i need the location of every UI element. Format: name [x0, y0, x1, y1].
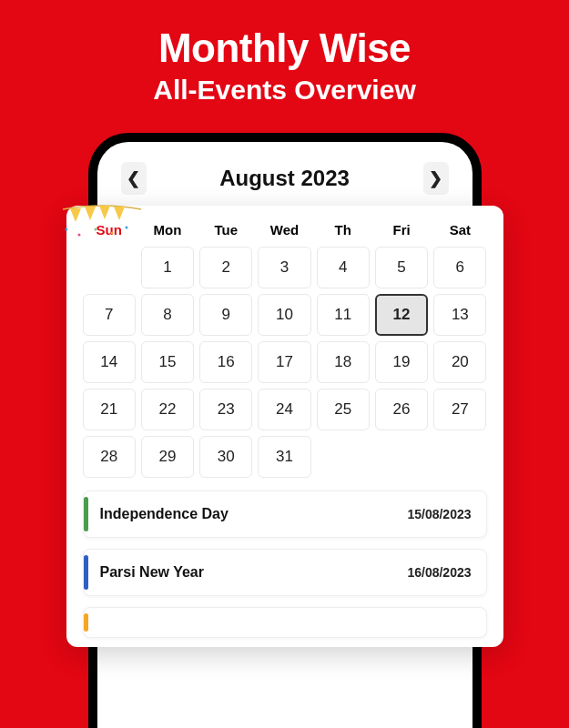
day-cell[interactable]: 16 [199, 341, 252, 383]
svg-marker-2 [99, 206, 110, 219]
svg-marker-0 [70, 208, 81, 222]
prev-month-button[interactable]: ❮ [121, 162, 147, 195]
next-month-button[interactable]: ❯ [423, 162, 449, 195]
day-cell[interactable]: 14 [83, 341, 136, 383]
day-cell[interactable]: 9 [199, 294, 252, 336]
day-cell[interactable]: 31 [258, 436, 310, 478]
day-cell[interactable]: 22 [141, 389, 194, 430]
day-cell[interactable]: 20 [433, 341, 486, 383]
day-header-tue: Tue [199, 222, 252, 238]
day-header-mon: Mon [141, 222, 194, 238]
event-card[interactable]: Independence Day15/08/2023 [83, 490, 487, 538]
chevron-left-icon: ❮ [127, 168, 140, 188]
day-cell[interactable]: 5 [375, 247, 428, 288]
day-cell[interactable]: 23 [199, 389, 252, 430]
day-cell[interactable]: 28 [83, 436, 136, 478]
event-name: Parsi New Year [100, 564, 204, 581]
chevron-right-icon: ❯ [429, 168, 442, 188]
day-cell[interactable]: 19 [375, 341, 428, 383]
svg-marker-1 [85, 207, 96, 220]
day-cell[interactable]: 15 [141, 341, 194, 383]
day-cell[interactable]: 25 [317, 389, 370, 430]
day-header-wed: Wed [258, 222, 310, 238]
day-cell[interactable]: 2 [199, 247, 252, 288]
day-cell[interactable]: 30 [199, 436, 252, 478]
svg-point-4 [65, 228, 67, 231]
day-header-sun: Sun [83, 222, 136, 238]
day-cell[interactable]: 8 [141, 294, 194, 336]
event-card[interactable]: Parsi New Year16/08/2023 [83, 549, 487, 596]
day-cell[interactable]: 7 [83, 294, 136, 336]
day-cell[interactable]: 18 [317, 341, 370, 383]
day-header-th: Th [317, 222, 370, 238]
day-cell[interactable]: 17 [258, 341, 310, 383]
event-name: Independence Day [100, 506, 229, 522]
day-cell[interactable]: 6 [433, 247, 486, 288]
day-cell[interactable]: 10 [258, 294, 310, 336]
day-header-sat: Sat [433, 222, 486, 238]
day-header-fri: Fri [375, 222, 428, 238]
svg-marker-3 [114, 207, 125, 220]
day-cell[interactable]: 29 [141, 436, 194, 478]
page-title: Monthly Wise [0, 25, 569, 71]
event-date: 16/08/2023 [407, 565, 471, 580]
day-cell[interactable]: 12 [375, 294, 428, 336]
svg-point-5 [77, 234, 80, 237]
day-cell[interactable]: 27 [433, 389, 486, 430]
day-cell[interactable]: 1 [141, 247, 194, 288]
day-cell[interactable]: 4 [317, 247, 370, 288]
calendar-card: SunMonTueWedThFriSat 1234567891011121314… [66, 206, 503, 647]
event-card[interactable] [83, 607, 487, 638]
day-grid: 1234567891011121314151617181920212223242… [83, 247, 487, 478]
day-cell[interactable]: 24 [258, 389, 310, 430]
day-cell[interactable]: 26 [375, 389, 428, 430]
day-cell[interactable]: 21 [83, 389, 136, 430]
month-title: August 2023 [219, 166, 350, 191]
event-date: 15/08/2023 [407, 507, 471, 521]
day-cell[interactable]: 3 [258, 247, 310, 288]
page-subtitle: All-Events Overview [0, 75, 569, 106]
day-cell-empty [83, 247, 136, 288]
day-cell[interactable]: 11 [317, 294, 370, 336]
day-cell[interactable]: 13 [433, 294, 486, 336]
events-list: Independence Day15/08/2023Parsi New Year… [83, 490, 487, 638]
day-headers-row: SunMonTueWedThFriSat [83, 222, 487, 238]
